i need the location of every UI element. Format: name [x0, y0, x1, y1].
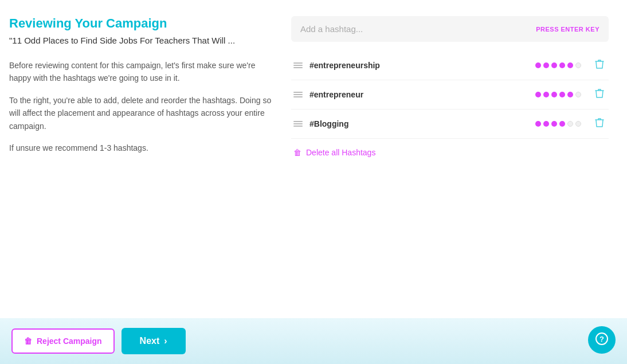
left-panel: Reviewing Your Campaign "11 Odd Places t…: [9, 16, 273, 261]
description-para-3: If unsure we recommend 1-3 hashtags.: [9, 142, 273, 154]
dot-2[interactable]: [551, 121, 557, 127]
dot-5[interactable]: [575, 92, 581, 97]
dot-3[interactable]: [559, 121, 565, 127]
hashtag-row: #entrepreneurship: [291, 51, 609, 80]
hashtag-row: #entrepreneur: [291, 80, 609, 109]
hashtag-input-container: PRESS ENTER KEY: [291, 16, 609, 42]
dot-5[interactable]: [575, 121, 581, 127]
drag-handle[interactable]: [293, 62, 303, 68]
dot-0[interactable]: [535, 92, 541, 97]
dot-1[interactable]: [543, 92, 549, 97]
hashtag-dots[interactable]: [535, 92, 581, 97]
hashtag-list: #entrepreneurship#entrepreneur#Blogging: [291, 51, 609, 139]
drag-handle[interactable]: [293, 121, 303, 127]
delete-hashtag-button-1[interactable]: [593, 87, 606, 102]
svg-text:?: ?: [599, 335, 604, 343]
description-para-2: To the right, you're able to add, delete…: [9, 94, 273, 132]
dot-5[interactable]: [575, 62, 581, 68]
next-label: Next: [140, 336, 160, 346]
hashtag-label: #Blogging: [309, 119, 528, 128]
next-chevron-icon: ›: [164, 336, 167, 346]
hashtag-dots[interactable]: [535, 121, 581, 127]
dot-1[interactable]: [543, 62, 549, 68]
reject-campaign-button[interactable]: 🗑 Reject Campaign: [11, 328, 115, 354]
campaign-subtitle: "11 Odd Places to Find Side Jobs For Tea…: [9, 36, 273, 45]
help-icon: ?: [595, 332, 609, 349]
dot-2[interactable]: [551, 62, 557, 68]
hashtag-row: #Blogging: [291, 109, 609, 139]
help-button[interactable]: ?: [588, 326, 616, 354]
dot-2[interactable]: [551, 92, 557, 97]
reject-label: Reject Campaign: [37, 336, 102, 346]
hashtag-dots[interactable]: [535, 62, 581, 68]
trash-icon: 🗑: [293, 148, 301, 157]
description-para-1: Before reviewing content for this campai…: [9, 59, 273, 85]
next-button[interactable]: Next ›: [122, 328, 186, 354]
dot-4[interactable]: [567, 121, 573, 127]
footer-bar: 🗑 Reject Campaign Next › ?: [0, 318, 627, 364]
dot-4[interactable]: [567, 92, 573, 97]
hashtag-label: #entrepreneur: [309, 90, 528, 99]
page-title: Reviewing Your Campaign: [9, 16, 273, 31]
dot-4[interactable]: [567, 62, 573, 68]
drag-handle[interactable]: [293, 92, 303, 97]
delete-hashtag-button-2[interactable]: [593, 116, 606, 131]
dot-3[interactable]: [559, 92, 565, 97]
delete-all-button[interactable]: 🗑 Delete all Hashtags: [291, 139, 609, 166]
reject-trash-icon: 🗑: [24, 336, 32, 346]
dot-0[interactable]: [535, 121, 541, 127]
dot-3[interactable]: [559, 62, 565, 68]
hashtag-input[interactable]: [300, 24, 536, 34]
dot-1[interactable]: [543, 121, 549, 127]
hashtag-label: #entrepreneurship: [309, 61, 528, 70]
delete-all-label: Delete all Hashtags: [306, 148, 375, 157]
press-enter-hint: PRESS ENTER KEY: [536, 26, 599, 33]
delete-hashtag-button-0[interactable]: [593, 58, 606, 73]
right-panel: PRESS ENTER KEY #entrepreneurship#entrep…: [291, 16, 609, 261]
dot-0[interactable]: [535, 62, 541, 68]
